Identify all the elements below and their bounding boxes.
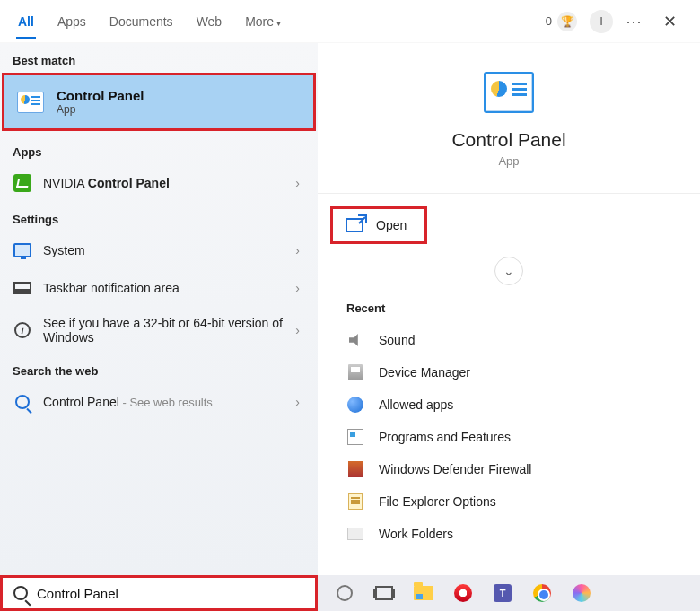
file-options-icon <box>348 493 363 510</box>
cortana-button[interactable] <box>334 582 355 604</box>
tab-all[interactable]: All <box>16 4 36 39</box>
recent-label: Programs and Features <box>379 430 511 444</box>
monitor-icon <box>13 243 31 257</box>
recent-label: Windows Defender Firewall <box>379 462 531 476</box>
account-avatar[interactable]: I <box>590 10 613 33</box>
expand-actions-button[interactable]: ⌄ <box>494 257 523 285</box>
annotation-open: Open <box>318 194 700 244</box>
preview-pane: Control Panel App Open ⌄ Recent Sound De… <box>318 43 700 575</box>
tab-more-label: More <box>245 14 274 29</box>
annotation-search-box <box>0 575 318 611</box>
result-label: NVIDIA Control Panel <box>43 176 284 190</box>
best-match-title: Control Panel <box>57 88 144 103</box>
paint3d-icon <box>573 584 591 602</box>
tab-more[interactable]: More▾ <box>243 4 283 39</box>
result-web-control-panel[interactable]: Control Panel - See web results › <box>0 383 318 421</box>
preview-subtitle: App <box>498 154 519 168</box>
teams-button[interactable]: T <box>492 582 513 604</box>
cortana-icon <box>337 585 353 601</box>
open-label: Open <box>376 218 407 232</box>
result-32-64-bit[interactable]: i See if you have a 32-bit or 64-bit ver… <box>0 307 318 354</box>
search-input[interactable] <box>37 586 304 601</box>
file-explorer-button[interactable] <box>413 582 434 604</box>
search-scope-tabs: All Apps Documents Web More▾ <box>16 4 283 39</box>
more-options-button[interactable]: ⋯ <box>626 12 643 31</box>
tab-apps[interactable]: Apps <box>56 4 88 39</box>
recent-work-folders[interactable]: Work Folders <box>345 518 673 550</box>
tab-documents[interactable]: Documents <box>108 4 175 39</box>
chevron-right-icon: › <box>295 243 305 257</box>
recent-label: Sound <box>379 333 415 347</box>
paint3d-button[interactable] <box>571 582 592 604</box>
recent-label: Allowed apps <box>379 397 453 412</box>
taskbar-icon <box>13 282 31 294</box>
device-icon <box>348 364 363 380</box>
action-open[interactable]: Open <box>333 209 424 241</box>
nvidia-icon <box>13 174 31 192</box>
firewall-icon <box>348 461 363 477</box>
globe-icon <box>347 397 363 413</box>
recent-allowed-apps[interactable]: Allowed apps <box>345 388 673 421</box>
chevron-right-icon: › <box>295 176 305 190</box>
task-view-button[interactable] <box>373 582 395 604</box>
best-match-subtitle: App <box>57 103 144 116</box>
section-settings: Settings <box>0 202 318 231</box>
chevron-down-icon: ▾ <box>276 18 281 28</box>
opera-button[interactable] <box>452 582 474 604</box>
opera-icon <box>454 584 472 602</box>
recent-header: Recent <box>346 301 673 315</box>
recent-programs-features[interactable]: Programs and Features <box>345 421 673 453</box>
section-best-match: Best match <box>0 43 318 73</box>
result-label: Taskbar notification area <box>43 281 284 295</box>
programs-icon <box>347 429 363 445</box>
search-icon <box>13 586 28 600</box>
recent-defender-firewall[interactable]: Windows Defender Firewall <box>345 453 673 485</box>
recent-sound[interactable]: Sound <box>345 324 673 356</box>
section-apps: Apps <box>0 135 318 164</box>
section-search-web: Search the web <box>0 354 318 383</box>
result-nvidia-control-panel[interactable]: NVIDIA Control Panel › <box>0 164 318 202</box>
chrome-icon <box>533 584 551 602</box>
open-icon <box>346 218 363 232</box>
top-tab-bar: All Apps Documents Web More▾ 0 🏆 I ⋯ ✕ <box>0 0 700 43</box>
folder-icon <box>347 528 363 540</box>
main-split: Best match Control Panel App Apps NVIDIA… <box>0 43 700 575</box>
annotation-best-match: Control Panel App <box>2 73 316 131</box>
trophy-icon: 🏆 <box>557 12 577 31</box>
result-label: System <box>43 243 284 257</box>
control-panel-icon <box>484 72 534 113</box>
recent-file-explorer-options[interactable]: File Explorer Options <box>345 485 673 518</box>
rewards-count: 0 <box>546 14 552 28</box>
result-label: Control Panel - See web results <box>43 395 284 409</box>
taskbar: T <box>318 575 700 611</box>
recent-device-manager[interactable]: Device Manager <box>345 356 673 388</box>
search-icon <box>15 395 30 409</box>
best-match-result[interactable]: Control Panel App <box>4 75 313 128</box>
rewards-indicator[interactable]: 0 🏆 <box>546 12 577 31</box>
control-panel-icon <box>17 92 44 113</box>
task-view-icon <box>375 586 393 600</box>
search-box[interactable] <box>3 578 315 608</box>
recent-section: Recent Sound Device Manager Allowed apps… <box>318 289 700 550</box>
tab-web[interactable]: Web <box>195 4 224 39</box>
result-taskbar-notification-area[interactable]: Taskbar notification area › <box>0 269 318 307</box>
chevron-right-icon: › <box>295 395 305 409</box>
results-pane: Best match Control Panel App Apps NVIDIA… <box>0 43 318 575</box>
chevron-right-icon: › <box>295 323 305 337</box>
topbar-right: 0 🏆 I ⋯ ✕ <box>546 8 684 35</box>
preview-header: Control Panel App <box>318 43 700 186</box>
chrome-button[interactable] <box>531 582 553 604</box>
preview-title: Control Panel <box>451 129 565 151</box>
file-explorer-icon <box>414 586 433 600</box>
close-button[interactable]: ✕ <box>656 8 684 35</box>
recent-label: Work Folders <box>379 527 453 541</box>
result-system[interactable]: System › <box>0 231 318 269</box>
chevron-right-icon: › <box>295 281 305 295</box>
best-match-text: Control Panel App <box>57 88 144 116</box>
recent-label: Device Manager <box>379 365 470 380</box>
bottom-bar: T <box>0 575 700 611</box>
info-icon: i <box>14 322 31 338</box>
recent-label: File Explorer Options <box>379 494 496 509</box>
teams-icon: T <box>494 584 512 602</box>
result-label: See if you have a 32-bit or 64-bit versi… <box>43 316 284 345</box>
